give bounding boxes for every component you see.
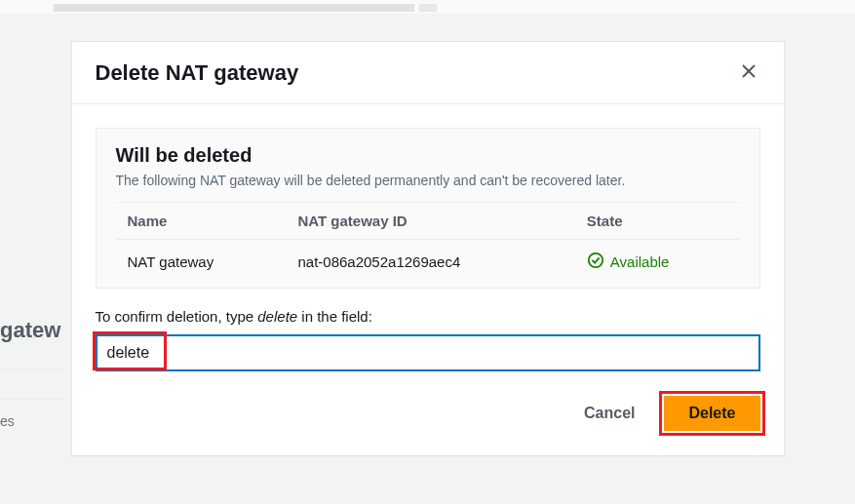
close-button[interactable] (737, 59, 760, 86)
modal-footer: Cancel Delete (72, 395, 784, 455)
confirm-input[interactable] (96, 334, 760, 371)
delete-button-wrap: Delete (664, 396, 759, 431)
modal-header: Delete NAT gateway (72, 42, 784, 104)
modal-title: Delete NAT gateway (96, 60, 299, 86)
gateway-table: Name NAT gateway ID State NAT gateway na… (116, 202, 740, 284)
cell-name: NAT gateway (116, 240, 287, 285)
confirm-input-wrap (96, 334, 760, 371)
column-header-id: NAT gateway ID (286, 203, 574, 240)
column-header-state: State (575, 203, 740, 240)
cell-state: Available (575, 240, 740, 285)
state-label: Available (610, 253, 670, 270)
table-row: NAT gateway nat-086a2052a1269aec4 Availa… (116, 240, 740, 285)
delete-button[interactable]: Delete (664, 396, 759, 431)
svg-point-2 (589, 253, 602, 267)
modal-backdrop: Delete NAT gateway Will be deleted The f… (0, 0, 855, 504)
info-box: Will be deleted The following NAT gatewa… (96, 128, 760, 289)
info-title: Will be deleted (116, 144, 740, 167)
modal-body: Will be deleted The following NAT gatewa… (72, 104, 784, 395)
close-icon (741, 63, 757, 82)
table-header-row: Name NAT gateway ID State (116, 203, 740, 240)
confirm-prefix: To confirm deletion, type (96, 308, 258, 325)
cell-id: nat-086a2052a1269aec4 (286, 240, 574, 285)
confirm-instruction: To confirm deletion, type delete in the … (96, 308, 760, 325)
check-circle-icon (587, 252, 604, 272)
cancel-button[interactable]: Cancel (570, 395, 648, 432)
column-header-name: Name (116, 203, 287, 240)
confirm-suffix: in the field: (297, 308, 372, 325)
info-description: The following NAT gateway will be delete… (116, 173, 740, 188)
confirm-keyword: delete (257, 308, 297, 325)
delete-nat-gateway-modal: Delete NAT gateway Will be deleted The f… (71, 41, 785, 456)
